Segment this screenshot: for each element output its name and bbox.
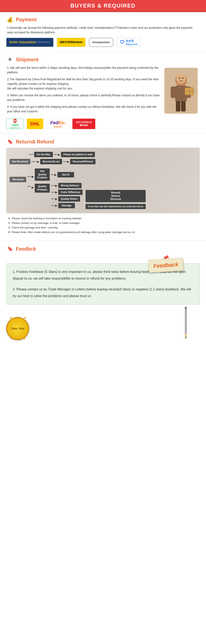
shipment-text: 1. We will sent the items within 2-5days…	[6, 66, 160, 116]
payment-text: 1.Generally, we accept the following pay…	[7, 26, 200, 35]
node-not-fit: Not fit	[57, 172, 74, 178]
feedback-icon: 🔖	[6, 245, 14, 253]
payment-icon: 💰	[6, 16, 14, 23]
divider-1	[0, 51, 206, 51]
return-refund-icon: 🔖	[6, 138, 14, 146]
flowchart-inner: On the Way ▶ Please be patient to wait N…	[6, 148, 200, 213]
shipment-point-4: 4. If you have not got it within the shi…	[7, 104, 160, 114]
node-received-lost: Received/Lost	[40, 159, 62, 164]
node-else: If you have any else requirements you co…	[86, 204, 146, 209]
note-4: ④ Please Note: Men made defects are not …	[8, 230, 200, 234]
shipment-point-3: 3. When you receive the items you ordere…	[7, 93, 160, 102]
payment-logos-row: BANK TRANSFER INTERNATIONAL WESTERN UNIO…	[6, 38, 200, 47]
line-dm	[51, 205, 54, 206]
feedback-note-card: 📌 Feedback	[149, 255, 183, 272]
alipay-logo: 🛡 支付宝 Alipay.com	[117, 38, 141, 47]
western-union-logo: WESTERN UNION	[57, 38, 86, 47]
return-refund-heading: Return& Refund	[16, 139, 54, 145]
svg-point-8	[179, 78, 180, 79]
quality-row: ▶ Quality Problem ▶ Wrong Delivery	[27, 183, 146, 209]
line-wd	[51, 185, 54, 186]
arrow-wd: ▶	[55, 184, 57, 187]
pencil-area	[29, 307, 200, 340]
node-received: Received	[9, 177, 26, 182]
resolution-nodes: Resend Refund Discount If you have any e…	[86, 183, 146, 209]
received-branches: ▶ Not Quality Problem ▶ Not fit ▶ Qua	[27, 168, 146, 209]
node-please-be-patient: Please be patient to wait	[61, 152, 95, 157]
node-resend: Resend Refund Discount	[86, 190, 146, 202]
note-2: ② Please contact us by meesage, e-mail, …	[8, 221, 200, 225]
china-post-logo: 📮 中国邮政 CHINA POST	[6, 119, 23, 129]
color-diff-row: ▶ Color Difference	[51, 190, 83, 195]
feedback-text-2: 2. Please contact us by Trade Manager or…	[13, 286, 193, 300]
sf-express-logo: (SF) EXPRESS 顺丰速运	[72, 119, 95, 129]
shipment-point-1: 1. We will sent the items within 2-5days…	[7, 66, 160, 75]
feedback-title-row: 🔖 Feedbck	[6, 245, 200, 253]
flowchart-lower-area: Received ▶ Not Quality Problem ▶ Not fit	[9, 168, 197, 209]
arrow-1: ▶	[58, 153, 60, 156]
bank-transfer-logo: BANK TRANSFER INTERNATIONAL	[6, 38, 53, 47]
node-color-difference: Color Difference	[58, 190, 83, 195]
payment-title-row: 💰 Payment	[6, 16, 200, 23]
feedback-label-text: Feedback	[153, 261, 179, 269]
payment-body: 1.Generally, we accept the following pay…	[6, 26, 200, 35]
arrow-qd: ▶	[55, 197, 57, 200]
line-cd	[51, 192, 54, 192]
pencil-icon	[184, 307, 187, 340]
node-quality-defect: Quality Defect	[58, 196, 80, 202]
feedback-heading: Feedbck	[16, 246, 36, 252]
arrow-nq: ▶	[32, 175, 34, 178]
shipment-illustration	[162, 66, 200, 116]
spacer-top	[86, 183, 146, 188]
return-refund-title-row: 🔖 Return& Refund	[6, 138, 200, 146]
shipment-title-row: ✈ Shipment	[6, 56, 200, 64]
line-3	[31, 161, 36, 162]
arrow-dm: ▶	[55, 204, 57, 207]
quality-defect-row: ▶ Quality Defect	[51, 196, 83, 202]
fedex-logo: FedEx® Express	[47, 119, 69, 129]
payment-section: 💰 Payment 1.Generally, we accept the fol…	[0, 12, 206, 50]
on-the-way-group: On the Way ▶ Please be patient to wait	[34, 152, 95, 157]
badge-gold: ★ ★ ★ ★ Your Text	[6, 317, 29, 340]
svg-point-9	[182, 78, 183, 79]
shipping-logos-row: 📮 中国邮政 CHINA POST DHL FedEx® Express (SF…	[6, 119, 200, 129]
not-received-row: Not Received ▶ Received/Lost ▶ Received/…	[9, 159, 96, 164]
arrow-nq2: ▶	[54, 173, 57, 176]
feedback-label-card: Feedback	[148, 258, 184, 273]
return-refund-section: 🔖 Return& Refund On the Way ▶	[0, 134, 206, 240]
return-notes-list: ① Please check the tracking in formation…	[6, 216, 200, 234]
bottom-area: ★ ★ ★ ★ Your Text	[6, 307, 200, 340]
not-quality-row: ▶ Not Quality Problem ▶ Not fit	[27, 168, 146, 181]
svg-rect-5	[176, 101, 180, 112]
arrow-3: ▶	[67, 160, 69, 163]
svg-rect-3	[171, 86, 177, 98]
node-quality: Quality Problem	[35, 184, 50, 193]
line-q	[27, 186, 31, 186]
note-3: ③ Check the package and Item, carefully.	[8, 225, 200, 230]
delivery-person-svg	[164, 68, 198, 114]
page-header: BUYERS & REQUIRED	[0, 0, 206, 12]
note-1: ① Please check the tracking in formation…	[8, 216, 200, 221]
branch-on-the-way: On the Way ▶ Please be patient to wait	[9, 152, 96, 157]
dhl-logo: DHL	[27, 119, 43, 129]
badge-text: Your Text	[11, 327, 24, 330]
line-nq	[27, 176, 31, 177]
damage-row: ▶ Damage	[51, 203, 83, 208]
shipment-point-2: 2.The shipment by China Post Registered …	[7, 77, 160, 91]
payment-heading: Payment	[16, 17, 37, 22]
shipment-content: 1. We will sent the items within 2-5days…	[6, 66, 200, 116]
divider-2	[0, 133, 206, 134]
line-1	[29, 154, 33, 155]
feedback-note-area: 📌 Feedback	[6, 255, 200, 272]
shipment-section: ✈ Shipment 1. We will sent the items wit…	[0, 52, 206, 132]
node-not-received: Not Received	[9, 159, 30, 164]
moneybookers-logo: moneybookers	[89, 38, 113, 47]
flowchart-container: On the Way ▶ Please be patient to wait N…	[6, 148, 200, 213]
wrong-delivery-row: ▶ Wrong Delivery	[51, 183, 83, 188]
svg-rect-6	[181, 101, 186, 112]
node-wrong-delivery: Wrong Delivery	[58, 183, 82, 188]
line-4	[63, 161, 66, 162]
node-not-quality: Not Quality Problem	[35, 168, 50, 181]
quality-sub-items: ▶ Wrong Delivery ▶ Color Difference ▶	[51, 183, 83, 208]
line-qd	[51, 199, 54, 199]
